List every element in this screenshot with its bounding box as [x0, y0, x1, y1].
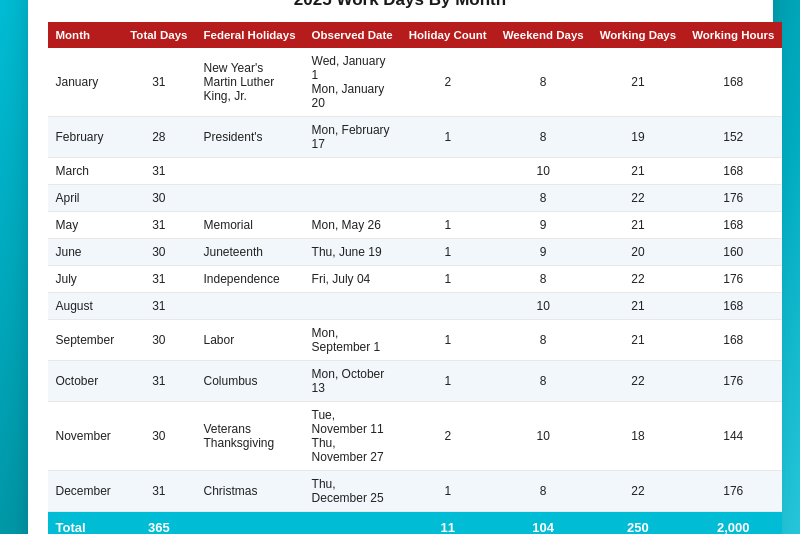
table-row: July31IndependenceFri, July 041822176	[48, 266, 783, 293]
table-row: May31MemorialMon, May 261921168	[48, 212, 783, 239]
table-row: November30VeteransThanksgivingTue, Novem…	[48, 402, 783, 471]
table-header-row: Month Total Days Federal Holidays Observ…	[48, 22, 783, 48]
table-row: March311021168	[48, 158, 783, 185]
work-days-table: Month Total Days Federal Holidays Observ…	[48, 22, 783, 534]
col-header-observed-date: Observed Date	[304, 22, 401, 48]
col-header-working-hours: Working Hours	[684, 22, 782, 48]
col-header-working-days: Working Days	[592, 22, 684, 48]
col-header-month: Month	[48, 22, 123, 48]
col-header-holiday-count: Holiday Count	[401, 22, 495, 48]
col-header-total-days: Total Days	[122, 22, 195, 48]
table-row: January31New Year'sMartin Luther King, J…	[48, 48, 783, 117]
col-header-federal-holidays: Federal Holidays	[196, 22, 304, 48]
table-row: August311021168	[48, 293, 783, 320]
table-row: December31ChristmasThu, December 2518221…	[48, 471, 783, 512]
col-header-weekend-days: Weekend Days	[495, 22, 592, 48]
main-card: 2025 Work Days By Month Month Total Days…	[28, 0, 773, 534]
table-row: April30822176	[48, 185, 783, 212]
table-row: September30LaborMon, September 11821168	[48, 320, 783, 361]
table-row: June30JuneteenthThu, June 191920160	[48, 239, 783, 266]
table-row: February28President'sMon, February 17181…	[48, 117, 783, 158]
page-title: 2025 Work Days By Month	[48, 0, 753, 10]
total-row: Total365111042502,000	[48, 512, 783, 535]
table-row: October31ColumbusMon, October 131822176	[48, 361, 783, 402]
